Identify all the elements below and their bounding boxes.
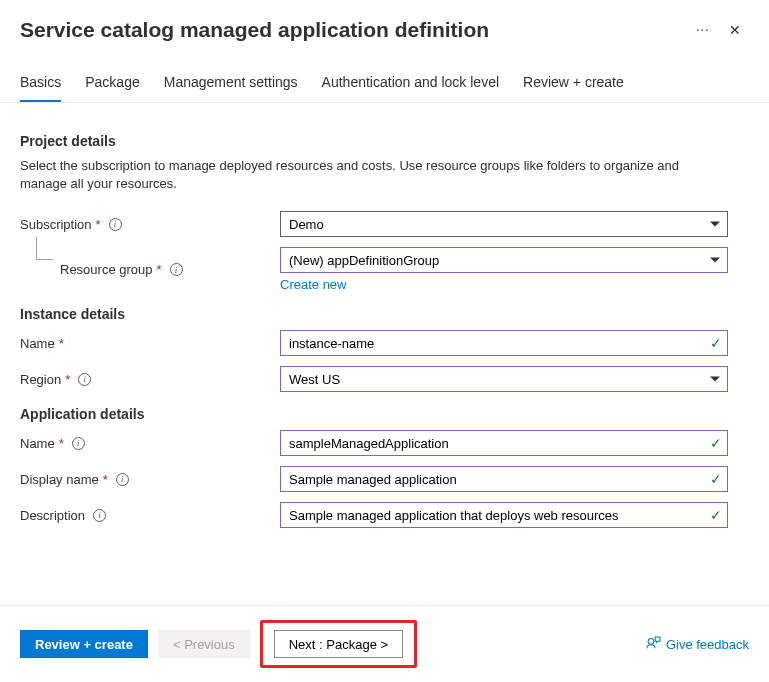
tab-authentication-lock[interactable]: Authentication and lock level	[322, 74, 499, 102]
section-title-instance: Instance details	[20, 306, 749, 322]
label-instance-name: Name *	[20, 336, 280, 351]
section-desc-project: Select the subscription to manage deploy…	[20, 157, 700, 193]
section-title-application: Application details	[20, 406, 749, 422]
footer-bar: Review + create < Previous Next : Packag…	[0, 605, 769, 682]
review-create-button[interactable]: Review + create	[20, 630, 148, 658]
select-resource-group[interactable]	[280, 247, 728, 273]
field-resource-group: Resource group * i Create new	[20, 247, 749, 292]
input-instance-name-wrapper: ✓	[280, 330, 728, 356]
field-app-name: Name * i ✓	[20, 430, 749, 456]
info-icon[interactable]: i	[116, 473, 129, 486]
label-display-name: Display name * i	[20, 472, 280, 487]
input-display-name[interactable]	[280, 466, 728, 492]
required-marker: *	[59, 436, 64, 451]
label-instance-name-text: Name	[20, 336, 55, 351]
create-new-link[interactable]: Create new	[280, 277, 346, 292]
label-subscription-text: Subscription	[20, 217, 92, 232]
required-marker: *	[59, 336, 64, 351]
required-marker: *	[96, 217, 101, 232]
input-display-name-wrapper: ✓	[280, 466, 728, 492]
resource-group-control: Create new	[280, 247, 728, 292]
required-marker: *	[103, 472, 108, 487]
info-icon[interactable]: i	[72, 437, 85, 450]
label-region-text: Region	[20, 372, 61, 387]
input-instance-name[interactable]	[280, 330, 728, 356]
give-feedback-text: Give feedback	[666, 637, 749, 652]
more-icon[interactable]: ···	[696, 21, 709, 39]
close-icon[interactable]: ✕	[721, 18, 749, 42]
form-content: Project details Select the subscription …	[0, 103, 769, 618]
field-description: Description i ✓	[20, 502, 749, 528]
select-subscription-wrapper	[280, 211, 728, 237]
input-app-name-wrapper: ✓	[280, 430, 728, 456]
input-description-wrapper: ✓	[280, 502, 728, 528]
section-title-project: Project details	[20, 133, 749, 149]
next-button[interactable]: Next : Package >	[274, 630, 403, 658]
label-app-name: Name * i	[20, 436, 280, 451]
select-region[interactable]	[280, 366, 728, 392]
select-region-wrapper	[280, 366, 728, 392]
feedback-icon	[646, 635, 661, 653]
input-app-name[interactable]	[280, 430, 728, 456]
select-subscription[interactable]	[280, 211, 728, 237]
give-feedback-link[interactable]: Give feedback	[646, 635, 749, 653]
label-app-name-text: Name	[20, 436, 55, 451]
info-icon[interactable]: i	[170, 263, 183, 276]
tab-review-create[interactable]: Review + create	[523, 74, 624, 102]
required-marker: *	[65, 372, 70, 387]
next-button-highlight: Next : Package >	[260, 620, 417, 668]
svg-point-0	[648, 639, 654, 645]
field-display-name: Display name * i ✓	[20, 466, 749, 492]
info-icon[interactable]: i	[109, 218, 122, 231]
blade-header: Service catalog managed application defi…	[0, 0, 769, 42]
input-description[interactable]	[280, 502, 728, 528]
info-icon[interactable]: i	[93, 509, 106, 522]
label-display-name-text: Display name	[20, 472, 99, 487]
tab-management-settings[interactable]: Management settings	[164, 74, 298, 102]
required-marker: *	[157, 262, 162, 277]
tab-basics[interactable]: Basics	[20, 74, 61, 102]
page-title: Service catalog managed application defi…	[20, 18, 684, 42]
tab-bar: Basics Package Management settings Authe…	[0, 42, 769, 103]
previous-button: < Previous	[158, 630, 250, 658]
field-subscription: Subscription * i	[20, 211, 749, 237]
label-resource-group-text: Resource group	[60, 262, 153, 277]
tab-package[interactable]: Package	[85, 74, 139, 102]
field-instance-name: Name * ✓	[20, 330, 749, 356]
info-icon[interactable]: i	[78, 373, 91, 386]
label-description-text: Description	[20, 508, 85, 523]
field-region: Region * i	[20, 366, 749, 392]
label-resource-group: Resource group * i	[60, 262, 280, 277]
label-subscription: Subscription * i	[20, 217, 280, 232]
label-description: Description i	[20, 508, 280, 523]
label-region: Region * i	[20, 372, 280, 387]
